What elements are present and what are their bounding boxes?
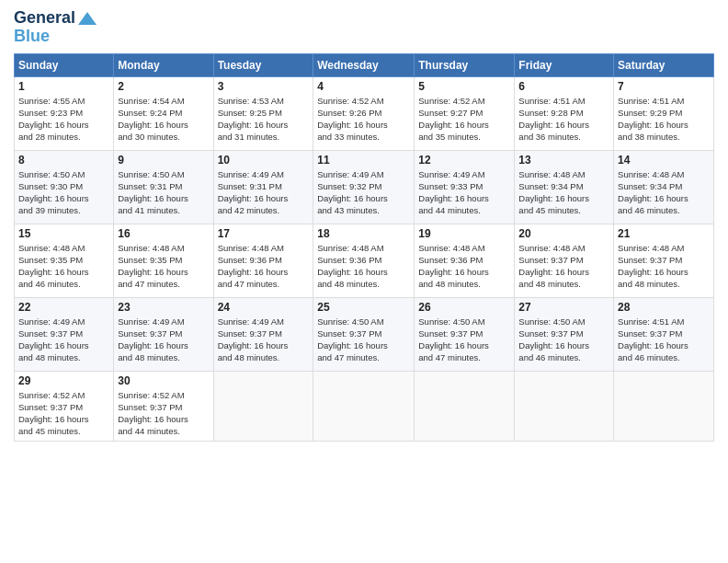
day-number: 30 — [118, 374, 209, 387]
day-info: Sunrise: 4:48 AM Sunset: 9:36 PM Dayligh… — [418, 242, 510, 291]
day-number: 13 — [518, 154, 609, 167]
day-info: Sunrise: 4:48 AM Sunset: 9:36 PM Dayligh… — [218, 242, 310, 291]
week-row-5: 29Sunrise: 4:52 AM Sunset: 9:37 PM Dayli… — [15, 371, 714, 441]
week-row-1: 1Sunrise: 4:55 AM Sunset: 9:23 PM Daylig… — [15, 76, 714, 150]
logo-general: General — [14, 9, 75, 28]
day-number: 18 — [317, 227, 410, 240]
week-row-3: 15Sunrise: 4:48 AM Sunset: 9:35 PM Dayli… — [15, 224, 714, 297]
day-info: Sunrise: 4:55 AM Sunset: 9:23 PM Dayligh… — [18, 95, 109, 144]
weekday-header-monday: Monday — [114, 53, 213, 76]
day-cell-15: 15Sunrise: 4:48 AM Sunset: 9:35 PM Dayli… — [15, 224, 114, 297]
day-cell-8: 8Sunrise: 4:50 AM Sunset: 9:30 PM Daylig… — [15, 150, 114, 224]
day-number: 15 — [18, 227, 109, 240]
day-cell-4: 4Sunrise: 4:52 AM Sunset: 9:26 PM Daylig… — [313, 76, 415, 150]
day-cell-29: 29Sunrise: 4:52 AM Sunset: 9:37 PM Dayli… — [15, 371, 114, 441]
day-cell-21: 21Sunrise: 4:48 AM Sunset: 9:37 PM Dayli… — [614, 224, 714, 297]
empty-cell — [313, 371, 415, 441]
day-number: 25 — [317, 301, 410, 314]
day-info: Sunrise: 4:51 AM Sunset: 9:28 PM Dayligh… — [518, 95, 609, 144]
day-cell-16: 16Sunrise: 4:48 AM Sunset: 9:35 PM Dayli… — [114, 224, 213, 297]
day-number: 5 — [418, 80, 510, 93]
day-cell-11: 11Sunrise: 4:49 AM Sunset: 9:32 PM Dayli… — [313, 150, 415, 224]
week-row-2: 8Sunrise: 4:50 AM Sunset: 9:30 PM Daylig… — [15, 150, 714, 224]
empty-cell — [515, 371, 614, 441]
day-number: 20 — [518, 227, 609, 240]
day-cell-17: 17Sunrise: 4:48 AM Sunset: 9:36 PM Dayli… — [213, 224, 313, 297]
day-info: Sunrise: 4:50 AM Sunset: 9:37 PM Dayligh… — [518, 316, 609, 364]
day-number: 29 — [18, 374, 109, 387]
day-info: Sunrise: 4:52 AM Sunset: 9:37 PM Dayligh… — [18, 389, 109, 438]
day-number: 4 — [317, 80, 410, 93]
day-number: 21 — [618, 227, 710, 240]
empty-cell — [415, 371, 515, 441]
day-info: Sunrise: 4:48 AM Sunset: 9:34 PM Dayligh… — [518, 168, 609, 217]
day-number: 1 — [18, 80, 109, 93]
day-cell-24: 24Sunrise: 4:49 AM Sunset: 9:37 PM Dayli… — [213, 297, 313, 371]
day-info: Sunrise: 4:48 AM Sunset: 9:37 PM Dayligh… — [518, 242, 609, 291]
day-number: 16 — [118, 227, 209, 240]
day-number: 17 — [218, 227, 310, 240]
day-info: Sunrise: 4:50 AM Sunset: 9:37 PM Dayligh… — [418, 316, 510, 364]
weekday-header-friday: Friday — [515, 53, 614, 76]
day-number: 12 — [418, 154, 510, 167]
day-cell-28: 28Sunrise: 4:51 AM Sunset: 9:37 PM Dayli… — [614, 297, 714, 371]
day-info: Sunrise: 4:49 AM Sunset: 9:32 PM Dayligh… — [317, 168, 410, 217]
day-info: Sunrise: 4:48 AM Sunset: 9:36 PM Dayligh… — [317, 242, 410, 291]
day-cell-2: 2Sunrise: 4:54 AM Sunset: 9:24 PM Daylig… — [114, 76, 213, 150]
day-number: 22 — [18, 301, 109, 314]
header: General Blue — [14, 9, 714, 46]
day-cell-13: 13Sunrise: 4:48 AM Sunset: 9:34 PM Dayli… — [515, 150, 614, 224]
day-cell-12: 12Sunrise: 4:49 AM Sunset: 9:33 PM Dayli… — [415, 150, 515, 224]
empty-cell — [213, 371, 313, 441]
day-info: Sunrise: 4:52 AM Sunset: 9:27 PM Dayligh… — [418, 95, 510, 144]
logo: General Blue — [14, 9, 97, 46]
weekday-header-tuesday: Tuesday — [213, 53, 313, 76]
empty-cell — [614, 371, 714, 441]
day-cell-19: 19Sunrise: 4:48 AM Sunset: 9:36 PM Dayli… — [415, 224, 515, 297]
day-number: 10 — [218, 154, 310, 167]
week-row-4: 22Sunrise: 4:49 AM Sunset: 9:37 PM Dayli… — [15, 297, 714, 371]
day-cell-25: 25Sunrise: 4:50 AM Sunset: 9:37 PM Dayli… — [313, 297, 415, 371]
day-number: 28 — [618, 301, 710, 314]
logo-blue: Blue — [14, 27, 50, 45]
day-info: Sunrise: 4:48 AM Sunset: 9:35 PM Dayligh… — [18, 242, 109, 291]
day-cell-26: 26Sunrise: 4:50 AM Sunset: 9:37 PM Dayli… — [415, 297, 515, 371]
day-info: Sunrise: 4:49 AM Sunset: 9:33 PM Dayligh… — [418, 168, 510, 217]
day-info: Sunrise: 4:50 AM Sunset: 9:31 PM Dayligh… — [118, 168, 209, 217]
day-info: Sunrise: 4:49 AM Sunset: 9:31 PM Dayligh… — [218, 168, 310, 217]
logo-triangle — [78, 12, 97, 25]
page: General Blue SundayMondayTuesdayWednesda… — [0, 0, 728, 563]
day-number: 14 — [618, 154, 710, 167]
day-cell-23: 23Sunrise: 4:49 AM Sunset: 9:37 PM Dayli… — [114, 297, 213, 371]
day-info: Sunrise: 4:52 AM Sunset: 9:26 PM Dayligh… — [317, 95, 410, 144]
day-info: Sunrise: 4:50 AM Sunset: 9:30 PM Dayligh… — [18, 168, 109, 217]
day-number: 6 — [518, 80, 609, 93]
day-number: 24 — [218, 301, 310, 314]
day-info: Sunrise: 4:53 AM Sunset: 9:25 PM Dayligh… — [218, 95, 310, 144]
day-info: Sunrise: 4:50 AM Sunset: 9:37 PM Dayligh… — [317, 316, 410, 364]
day-cell-27: 27Sunrise: 4:50 AM Sunset: 9:37 PM Dayli… — [515, 297, 614, 371]
day-cell-7: 7Sunrise: 4:51 AM Sunset: 9:29 PM Daylig… — [614, 76, 714, 150]
day-info: Sunrise: 4:49 AM Sunset: 9:37 PM Dayligh… — [218, 316, 310, 364]
day-cell-3: 3Sunrise: 4:53 AM Sunset: 9:25 PM Daylig… — [213, 76, 313, 150]
day-cell-30: 30Sunrise: 4:52 AM Sunset: 9:37 PM Dayli… — [114, 371, 213, 441]
day-number: 27 — [518, 301, 609, 314]
day-number: 26 — [418, 301, 510, 314]
day-info: Sunrise: 4:48 AM Sunset: 9:35 PM Dayligh… — [118, 242, 209, 291]
weekday-header-row: SundayMondayTuesdayWednesdayThursdayFrid… — [15, 53, 714, 76]
day-cell-6: 6Sunrise: 4:51 AM Sunset: 9:28 PM Daylig… — [515, 76, 614, 150]
day-info: Sunrise: 4:51 AM Sunset: 9:37 PM Dayligh… — [618, 316, 710, 364]
day-info: Sunrise: 4:52 AM Sunset: 9:37 PM Dayligh… — [118, 389, 209, 438]
day-info: Sunrise: 4:49 AM Sunset: 9:37 PM Dayligh… — [118, 316, 209, 364]
weekday-header-sunday: Sunday — [15, 53, 114, 76]
day-cell-18: 18Sunrise: 4:48 AM Sunset: 9:36 PM Dayli… — [313, 224, 415, 297]
day-cell-10: 10Sunrise: 4:49 AM Sunset: 9:31 PM Dayli… — [213, 150, 313, 224]
day-cell-14: 14Sunrise: 4:48 AM Sunset: 9:34 PM Dayli… — [614, 150, 714, 224]
day-cell-22: 22Sunrise: 4:49 AM Sunset: 9:37 PM Dayli… — [15, 297, 114, 371]
day-info: Sunrise: 4:54 AM Sunset: 9:24 PM Dayligh… — [118, 95, 209, 144]
day-cell-1: 1Sunrise: 4:55 AM Sunset: 9:23 PM Daylig… — [15, 76, 114, 150]
day-number: 19 — [418, 227, 510, 240]
logo-text-block: General Blue — [14, 9, 97, 46]
day-number: 7 — [618, 80, 710, 93]
day-number: 11 — [317, 154, 410, 167]
